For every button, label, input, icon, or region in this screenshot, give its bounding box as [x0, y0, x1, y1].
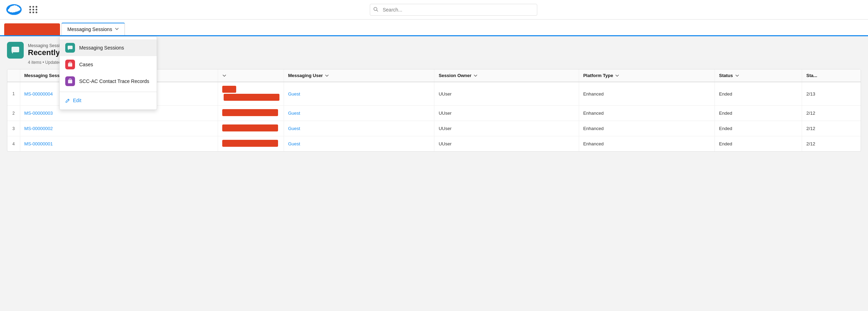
dropdown-icon-scc: [65, 76, 75, 86]
cell-session-name-2[interactable]: MS-00000002: [20, 121, 218, 136]
cell-session-owner-0: UUser: [434, 82, 579, 106]
col-messaging-user[interactable]: Messaging User: [284, 69, 434, 82]
col-redacted: [218, 69, 284, 82]
svg-rect-4: [68, 46, 73, 49]
cell-num-2: 3: [7, 121, 20, 136]
cell-start-2: 2/12: [802, 121, 861, 136]
app-launcher-button[interactable]: [28, 4, 39, 15]
col-start[interactable]: Sta...: [802, 69, 861, 82]
dropdown-divider: [60, 92, 157, 92]
cell-platform-type-3: Enhanced: [579, 136, 714, 152]
session-link-1[interactable]: MS-00000003: [24, 111, 53, 116]
dropdown-item-messaging-sessions[interactable]: Messaging Sessions: [60, 39, 157, 56]
cell-num-0: 1: [7, 82, 20, 106]
cell-redacted-3: [218, 136, 284, 152]
tab-label: Messaging Sessions: [67, 26, 112, 32]
dropdown-label-scc: SCC-AC Contact Trace Records: [79, 78, 149, 84]
svg-rect-5: [68, 63, 72, 67]
cell-messaging-user-1[interactable]: Guest: [284, 106, 434, 121]
tab-messaging-sessions[interactable]: Messaging Sessions: [61, 23, 125, 35]
user-link-3[interactable]: Guest: [288, 141, 300, 146]
page-icon: [7, 42, 24, 59]
tab-bar: Messaging Sessions Messaging Sessions: [0, 20, 868, 36]
cell-status-3: Ended: [715, 136, 802, 152]
search-icon: [373, 7, 378, 13]
col-status[interactable]: Status: [715, 69, 802, 82]
dropdown-item-scc[interactable]: SCC-AC Contact Trace Records: [60, 73, 157, 90]
redacted-bar-3: [222, 140, 278, 147]
cell-redacted-2: [218, 121, 284, 136]
col-num: [7, 69, 20, 82]
cell-platform-type-0: Enhanced: [579, 82, 714, 106]
dropdown-item-cases[interactable]: Cases: [60, 56, 157, 73]
col-platform-type[interactable]: Platform Type: [579, 69, 714, 82]
salesforce-logo[interactable]: [6, 3, 22, 16]
cell-start-1: 2/12: [802, 106, 861, 121]
svg-rect-6: [68, 80, 72, 83]
cell-platform-type-1: Enhanced: [579, 106, 714, 121]
cell-status-1: Ended: [715, 106, 802, 121]
svg-line-3: [377, 10, 378, 12]
cell-session-owner-2: UUser: [434, 121, 579, 136]
session-link-0[interactable]: MS-00000004: [24, 91, 53, 97]
search-input[interactable]: [370, 4, 537, 16]
cell-session-name-3[interactable]: MS-00000001: [20, 136, 218, 152]
redacted-bar-small-0: [222, 86, 236, 93]
session-link-3[interactable]: MS-00000001: [24, 141, 53, 146]
cell-platform-type-2: Enhanced: [579, 121, 714, 136]
top-nav: [0, 0, 868, 20]
cell-status-2: Ended: [715, 121, 802, 136]
cell-status-0: Ended: [715, 82, 802, 106]
table-row: 4 MS-00000001 Guest UUser Enhanced Ended…: [7, 136, 861, 152]
user-link-2[interactable]: Guest: [288, 126, 300, 131]
dropdown-label-messaging: Messaging Sessions: [79, 45, 124, 51]
tab-chevron-icon[interactable]: [115, 26, 119, 32]
dropdown-icon-cases: [65, 60, 75, 69]
cell-start-0: 2/13: [802, 82, 861, 106]
dropdown-edit-label: Edit: [73, 98, 81, 103]
dropdown-icon-messaging: [65, 43, 75, 53]
app-tab[interactable]: [4, 23, 60, 35]
redacted-bar-1: [222, 109, 278, 116]
cell-num-3: 4: [7, 136, 20, 152]
cell-start-3: 2/12: [802, 136, 861, 152]
table-row: 3 MS-00000002 Guest UUser Enhanced Ended…: [7, 121, 861, 136]
svg-rect-8: [12, 47, 19, 52]
dropdown-label-cases: Cases: [79, 62, 93, 67]
cell-messaging-user-3[interactable]: Guest: [284, 136, 434, 152]
cell-num-1: 2: [7, 106, 20, 121]
cell-messaging-user-0[interactable]: Guest: [284, 82, 434, 106]
cell-messaging-user-2[interactable]: Guest: [284, 121, 434, 136]
session-link-2[interactable]: MS-00000002: [24, 126, 53, 131]
user-link-1[interactable]: Guest: [288, 111, 300, 116]
redacted-bar-0: [224, 94, 279, 101]
cell-redacted-0: [218, 82, 284, 106]
cell-session-owner-3: UUser: [434, 136, 579, 152]
user-link-0[interactable]: Guest: [288, 91, 300, 97]
col-session-owner[interactable]: Session Owner: [434, 69, 579, 82]
dropdown-edit-button[interactable]: Edit: [60, 94, 157, 107]
tab-dropdown: Messaging Sessions Cases SCC-AC Contact …: [59, 36, 157, 110]
cell-session-owner-1: UUser: [434, 106, 579, 121]
cell-redacted-1: [218, 106, 284, 121]
redacted-bar-2: [222, 124, 278, 131]
search-container: [370, 4, 537, 16]
